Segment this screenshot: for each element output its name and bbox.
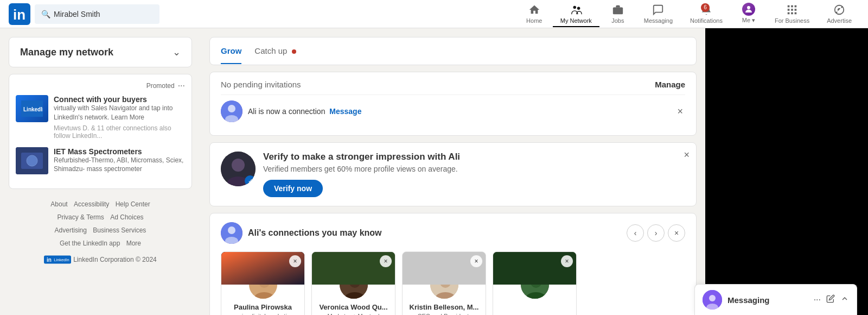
nav-item-messaging[interactable]: Messaging: [636, 1, 680, 27]
connection-notification: Ali is now a connection Message ×: [221, 94, 685, 128]
nav-item-jobs[interactable]: Jobs: [602, 1, 634, 27]
connection-left: Ali is now a connection Message: [221, 100, 361, 122]
header: in 🔍 Home My Network Jobs: [0, 0, 868, 28]
search-bar[interactable]: 🔍: [35, 4, 159, 24]
dismiss-card-2[interactable]: ×: [380, 255, 392, 267]
verify-now-button[interactable]: Verify now: [263, 180, 323, 197]
footer-helpcenter[interactable]: Help Center: [116, 200, 150, 208]
svg-rect-10: [791, 9, 793, 11]
nav-label-me: Me ▾: [742, 17, 755, 24]
person-role-1: senior digital marketing: [227, 312, 299, 315]
promoted-label: Promoted: [146, 82, 175, 90]
svg-rect-11: [795, 9, 797, 11]
person-card-4[interactable]: ×: [493, 251, 577, 315]
messaging-avatar: [703, 290, 722, 310]
catchup-dot: [292, 49, 296, 54]
svg-text:in: in: [47, 257, 52, 263]
footer-privacy[interactable]: Privacy & Terms: [57, 213, 104, 221]
ad-item-1[interactable]: LinkedIn Connect with your buyers virtua…: [16, 95, 185, 140]
tab-catchup[interactable]: Catch up: [254, 39, 296, 64]
svg-rect-12: [788, 12, 790, 14]
verify-section: ✓ Verify to make a stronger impression w…: [209, 142, 697, 206]
svg-text:in: in: [13, 7, 25, 23]
nav-item-advertise[interactable]: Advertise: [819, 1, 859, 27]
next-button[interactable]: ›: [647, 224, 665, 242]
svg-point-25: [228, 105, 235, 112]
footer-brand: inLinkedIn LinkedIn Corporation © 2024: [9, 253, 192, 266]
notifications-icon: 6: [700, 3, 713, 16]
svg-point-28: [232, 159, 245, 172]
nav-item-notifications[interactable]: 6 Notifications: [682, 1, 730, 27]
close-notification-button[interactable]: ×: [675, 104, 685, 119]
verify-content: Verify to make a stronger impression wit…: [263, 152, 685, 197]
footer-advertising[interactable]: Advertising: [55, 226, 87, 234]
advertise-icon: [833, 3, 846, 16]
svg-rect-9: [788, 9, 790, 11]
search-input[interactable]: [54, 10, 153, 18]
nav-item-for-business[interactable]: For Business: [767, 1, 817, 27]
nav-item-my-network[interactable]: My Network: [553, 1, 599, 27]
footer-more[interactable]: More: [126, 240, 141, 247]
svg-point-20: [27, 155, 37, 166]
ad-item-2[interactable]: IET Mass Spectrometers Refurbished-Therm…: [16, 147, 185, 174]
message-button[interactable]: Message: [329, 107, 361, 116]
nav-label-advertise: Advertise: [827, 17, 852, 24]
ad-content-1: Connect with your buyers virtually with …: [54, 95, 185, 140]
messaging-minimize-button[interactable]: [840, 294, 849, 305]
svg-rect-13: [791, 12, 793, 14]
footer-adchoices[interactable]: Ad Choices: [110, 213, 143, 221]
prev-button[interactable]: ‹: [627, 224, 644, 242]
messaging-compose-button[interactable]: [826, 294, 835, 305]
manage-link[interactable]: Manage: [655, 80, 685, 89]
nav-item-me[interactable]: Me ▾: [732, 1, 765, 27]
dismiss-card-4[interactable]: ×: [561, 255, 573, 267]
footer-about[interactable]: About: [50, 200, 67, 208]
messaging-more-button[interactable]: ···: [814, 295, 821, 305]
connections-header: Ali's connections you may know ‹ › ×: [221, 222, 685, 244]
footer-business[interactable]: Business Services: [93, 226, 146, 234]
ad-text-2: Refurbished-Thermo, ABI, Micromass, Scie…: [54, 156, 185, 174]
close-verify-button[interactable]: ×: [684, 149, 690, 161]
dismiss-card-3[interactable]: ×: [470, 255, 482, 267]
card-bg-1: ×: [221, 252, 304, 285]
main-content: Grow Catch up No pending invitations Man…: [201, 28, 705, 315]
home-icon: [528, 3, 541, 16]
linkedin-logo[interactable]: in: [9, 3, 30, 25]
person-card-2[interactable]: × Veronica Wood Qu... Marketer + Mentor …: [311, 251, 395, 315]
close-connections-button[interactable]: ×: [668, 224, 685, 242]
nav-label-messaging: Messaging: [644, 17, 673, 24]
svg-point-51: [709, 295, 716, 301]
svg-point-5: [747, 6, 750, 9]
footer-getapp[interactable]: Get the LinkedIn app: [60, 240, 120, 247]
ad-content-2: IET Mass Spectrometers Refurbished-Therm…: [54, 147, 185, 174]
person-name-2: Veronica Wood Qu...: [317, 303, 390, 311]
svg-point-3: [577, 7, 580, 10]
ad-sub-1: Mievtuws D. & 11 other connections also …: [54, 124, 185, 140]
person-name-1: Paulina Pirowska: [227, 303, 299, 311]
copyright-text: LinkedIn Corporation © 2024: [73, 253, 157, 266]
ad-header: Promoted ···: [16, 81, 185, 91]
connection-text: Ali is now a connection Message: [248, 107, 361, 116]
notifications-badge: 6: [701, 3, 710, 12]
grid-icon: [786, 3, 799, 16]
card-bg-2: ×: [312, 252, 395, 285]
dismiss-card-1[interactable]: ×: [289, 255, 301, 267]
ad-more-icon[interactable]: ···: [178, 81, 185, 91]
nav-label-my-network: My Network: [560, 17, 592, 24]
nav-item-home[interactable]: Home: [518, 1, 551, 27]
ali-avatar: [221, 100, 242, 122]
messaging-icon: [652, 3, 665, 16]
person-card-1[interactable]: × Paulina Pirowska senior digital market…: [221, 251, 305, 315]
ad-title-2: IET Mass Spectrometers: [54, 147, 185, 156]
connections-title: Ali's connections you may know: [248, 228, 382, 238]
manage-network-section[interactable]: Manage my network ⌄: [9, 37, 192, 67]
svg-rect-14: [795, 12, 797, 14]
me-icon: [742, 3, 755, 16]
manage-network-title: Manage my network: [20, 47, 113, 58]
footer-accessibility[interactable]: Accessibility: [74, 200, 109, 208]
person-card-3[interactable]: × Kristin Belleson, M... CEO and Preside…: [402, 251, 486, 315]
tab-grow[interactable]: Grow: [221, 39, 241, 64]
card-bg-3: ×: [403, 252, 486, 285]
ali-connections-avatar: [221, 222, 242, 244]
nav-label-for-business: For Business: [775, 17, 809, 24]
